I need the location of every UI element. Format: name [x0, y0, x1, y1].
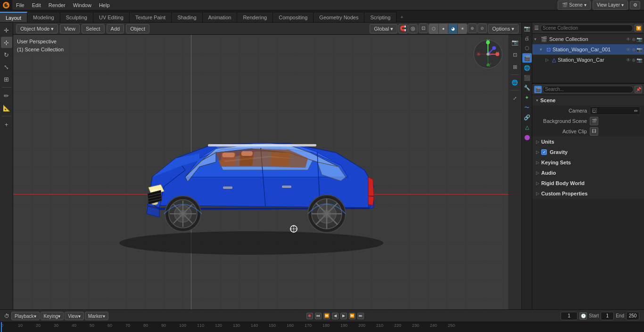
- select-menu-btn[interactable]: Select: [82, 24, 105, 33]
- current-frame-input[interactable]: 1: [561, 312, 578, 320]
- outliner-vis-icon[interactable]: 👁: [626, 37, 631, 42]
- viewport-canvas[interactable]: User Perspective (1) Scene Collection X …: [13, 35, 521, 309]
- object-props-icon[interactable]: ⬛: [522, 73, 532, 82]
- end-frame-input[interactable]: 250: [626, 312, 639, 320]
- tab-sculpting[interactable]: Sculpting: [60, 12, 93, 22]
- camera-value[interactable]: ◻ ✏: [590, 106, 640, 115]
- wagon-mesh-sel[interactable]: ⊕: [632, 57, 636, 63]
- add-object-tool[interactable]: +: [1, 119, 12, 130]
- transform-orientations[interactable]: Global ▾: [370, 24, 397, 33]
- station-wagon-001-item[interactable]: ▾ ⊡ Station_Wagon_Car_001 👁 ⊕ 📷: [532, 44, 644, 55]
- menu-window[interactable]: Window: [69, 0, 95, 10]
- play-btn[interactable]: ▶: [340, 313, 347, 319]
- tab-modeling[interactable]: Modeling: [27, 12, 60, 22]
- jump-end-btn[interactable]: ⏭: [357, 313, 364, 319]
- scene-selector[interactable]: 🎬 Options Scene ▾: [558, 0, 590, 10]
- menu-render[interactable]: Render: [45, 0, 69, 10]
- world-props-icon[interactable]: 🌐: [522, 63, 532, 73]
- snap-toggle[interactable]: 🧲: [398, 24, 408, 33]
- viewport-gizmos[interactable]: ⊘: [478, 24, 487, 33]
- measure-tool[interactable]: 📐: [1, 102, 12, 113]
- output-props-icon[interactable]: 🖨: [522, 33, 532, 43]
- gravity-section-header[interactable]: ▷ ✓ Gravity: [532, 147, 644, 157]
- wagon-mesh-render[interactable]: 📷: [636, 57, 642, 63]
- view-perspective-btn[interactable]: ⊡: [509, 49, 520, 60]
- view-layer-selector[interactable]: View Layer ▾: [593, 0, 628, 10]
- mode-selector[interactable]: Object Mode ▾: [16, 24, 58, 33]
- menu-edit[interactable]: Edit: [28, 0, 45, 10]
- rotate-tool[interactable]: ↻: [1, 49, 12, 60]
- object-data-props-icon[interactable]: △: [522, 122, 532, 132]
- outliner-filter-btn[interactable]: 🔽: [635, 24, 642, 32]
- solid-shading[interactable]: ●: [438, 24, 448, 33]
- wagon-sel-icon[interactable]: ⊕: [632, 47, 636, 52]
- annotate-tool[interactable]: ✏: [1, 90, 12, 101]
- outliner-search-input[interactable]: [540, 24, 633, 32]
- jump-start-btn[interactable]: ⏮: [315, 313, 322, 319]
- render-props-icon[interactable]: 📷: [522, 24, 532, 33]
- marker-menu[interactable]: Marker▾: [85, 312, 108, 320]
- move-tool[interactable]: ⊹: [1, 37, 12, 48]
- physics-props-icon[interactable]: 〜: [522, 103, 532, 112]
- wagon-render-icon[interactable]: 📷: [636, 47, 642, 52]
- scene-tab-active[interactable]: 🎬: [534, 86, 542, 93]
- menu-file[interactable]: File: [12, 0, 28, 10]
- tab-shading[interactable]: Shading: [172, 12, 202, 22]
- menu-help[interactable]: Help: [95, 0, 114, 10]
- tab-compositing[interactable]: Compositing: [273, 12, 314, 22]
- camera-dropper-icon[interactable]: ✏: [634, 108, 638, 113]
- wireframe-shading[interactable]: ⬡: [429, 24, 438, 33]
- navigation-widget[interactable]: X -X Y -Y Z: [471, 38, 504, 72]
- scene-settings-btn[interactable]: ⚙: [630, 1, 640, 9]
- keying-menu[interactable]: Keying▾: [41, 312, 64, 320]
- scene-props-icon[interactable]: 🎬: [522, 53, 532, 63]
- material-props-icon[interactable]: ⬤: [522, 132, 532, 142]
- play-reverse-btn[interactable]: ◀: [332, 313, 339, 319]
- keying-sets-header[interactable]: ▷ Keying Sets: [532, 157, 644, 168]
- proportional-editing[interactable]: ◎: [408, 24, 418, 33]
- audio-section-header[interactable]: ▷ Audio: [532, 168, 644, 178]
- view-camera-btn[interactable]: 📷: [509, 37, 520, 48]
- view-local-btn[interactable]: 🌐: [509, 77, 520, 88]
- view-ortho-btn[interactable]: ⊞: [509, 61, 520, 73]
- view-timeline-menu[interactable]: View▾: [65, 312, 84, 320]
- record-btn[interactable]: ⏺: [306, 313, 313, 319]
- transform-tool[interactable]: ⊞: [1, 73, 12, 85]
- add-workspace-btn[interactable]: +: [396, 12, 407, 22]
- playhead[interactable]: [1, 322, 2, 332]
- modifier-props-icon[interactable]: 🔧: [522, 83, 532, 92]
- viewport-overlays[interactable]: ⊕: [468, 24, 477, 33]
- props-pin-btn[interactable]: 📌: [635, 86, 642, 93]
- cursor-tool[interactable]: ✛: [1, 24, 12, 36]
- outliner-sel-icon[interactable]: ⊕: [632, 37, 636, 42]
- tab-geometry-nodes[interactable]: Geometry Nodes: [314, 12, 364, 22]
- scale-tool[interactable]: ⤡: [1, 61, 12, 73]
- scene-collection-item[interactable]: ▾ 🎬 Scene Collection 👁 ⊕ 📷: [532, 34, 644, 44]
- tab-animation[interactable]: Animation: [203, 12, 238, 22]
- material-shading[interactable]: ◕: [448, 24, 457, 33]
- view-menu-btn[interactable]: View: [60, 24, 80, 33]
- rendered-shading[interactable]: ☀: [457, 24, 467, 33]
- tab-uv-editing[interactable]: UV Editing: [93, 12, 130, 22]
- units-section-header[interactable]: ▷ Units: [532, 137, 644, 147]
- active-clip-icon-btn[interactable]: 🎞: [590, 127, 598, 136]
- start-frame-input[interactable]: 1: [601, 312, 614, 320]
- constraints-props-icon[interactable]: 🔗: [522, 113, 532, 122]
- timeline-track[interactable]: 0 10 20 30 40 50 60 70 80 90 100 110 120…: [0, 322, 644, 332]
- tab-layout[interactable]: Layout: [0, 12, 27, 22]
- station-wagon-item[interactable]: ▷ △ Station_Wagon_Car 👁 ⊕ 📷: [532, 55, 644, 65]
- background-scene-icon-btn[interactable]: 🎬: [590, 117, 598, 125]
- 3d-viewport[interactable]: Object Mode ▾ View Select Add Object Glo…: [13, 23, 521, 309]
- rigid-body-header[interactable]: ▷ Rigid Body World: [532, 178, 644, 188]
- tab-rendering[interactable]: Rendering: [237, 12, 273, 22]
- prev-keyframe-btn[interactable]: ⏪: [323, 313, 330, 319]
- scene-section-header[interactable]: ▾ Scene: [532, 95, 644, 105]
- wagon-mesh-vis[interactable]: 👁: [626, 57, 631, 63]
- next-keyframe-btn[interactable]: ⏩: [349, 313, 355, 319]
- options-btn[interactable]: Options ▾: [488, 24, 519, 33]
- playback-menu[interactable]: Playback▾: [11, 312, 40, 320]
- custom-props-header[interactable]: ▷ Custom Properties: [532, 188, 644, 199]
- view-layer-props-icon[interactable]: ⬡: [522, 43, 532, 53]
- add-menu-btn[interactable]: Add: [107, 24, 124, 33]
- properties-search-input[interactable]: [543, 86, 634, 93]
